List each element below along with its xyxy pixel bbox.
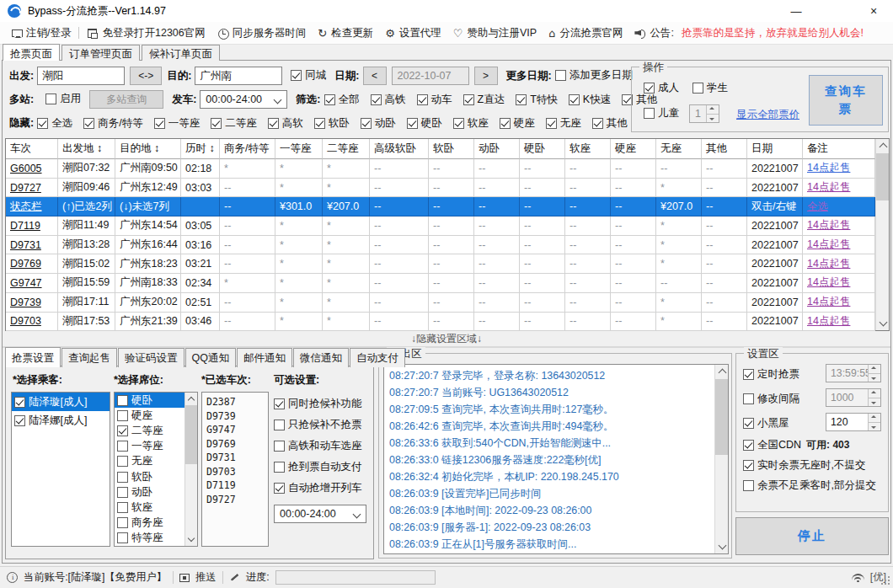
column-header[interactable]: 高级软卧: [370, 139, 429, 159]
train-number-link[interactable]: D9739: [10, 297, 41, 308]
remark-link[interactable]: 14点起售: [807, 218, 850, 233]
column-header[interactable]: 一等座: [275, 139, 323, 159]
option-checkbox[interactable]: 只抢候补不抢票: [274, 418, 362, 432]
scroll-down-icon[interactable]: [715, 540, 728, 553]
table-row[interactable]: D9739潮阳17:11广州东20:0202:51--**-----------…: [6, 293, 889, 313]
seat-item[interactable]: 特等座: [115, 531, 184, 546]
seat-checkbox[interactable]: 动卧: [117, 485, 152, 500]
table-row[interactable]: G9747潮阳15:59广州南18:3302:34***------------…: [6, 274, 889, 293]
seat-item[interactable]: 无座: [115, 454, 184, 469]
grab-time-range-select[interactable]: 00:00-24:00: [274, 505, 366, 523]
add-more-dates-checkbox[interactable]: 添加更多日期: [555, 68, 633, 83]
stepper-buttons[interactable]: [868, 365, 880, 382]
hide-checkbox[interactable]: 二等座: [211, 116, 257, 131]
scroll-up-icon[interactable]: [876, 139, 889, 152]
table-row[interactable]: G6005潮阳07:32广州南09:5002:18***------------…: [6, 159, 889, 179]
status-row[interactable]: 状态栏(↑)已选2列(↓)未选7列--¥301.0¥207.0---------…: [6, 197, 889, 216]
stepper-buttons[interactable]: [706, 105, 719, 122]
column-header[interactable]: 二等座: [323, 139, 370, 159]
scroll-down-icon[interactable]: [876, 317, 889, 330]
depart-time-select[interactable]: 00:00-24:00: [200, 90, 287, 109]
remark-link[interactable]: 14点起售: [807, 314, 850, 329]
option-checkbox[interactable]: 高铁和动车选座: [274, 439, 362, 453]
output-scrollbar[interactable]: [714, 365, 728, 553]
seat-checkbox[interactable]: 二等座: [117, 424, 163, 438]
filter-checkbox[interactable]: T特快: [516, 93, 558, 107]
date-next-button[interactable]: >: [474, 67, 498, 85]
seat-checkbox[interactable]: 特等座: [117, 531, 163, 545]
hide-checkbox[interactable]: 软卧: [314, 116, 350, 131]
settings-tab[interactable]: 抢票设置: [5, 347, 61, 367]
child-count-stepper[interactable]: 1: [689, 104, 719, 123]
seat-checkbox[interactable]: 软卧: [117, 470, 152, 484]
setting-checkbox[interactable]: 修改间隔: [743, 392, 799, 406]
scrollbar-thumb[interactable]: [876, 153, 889, 200]
train-number-link[interactable]: G6005: [10, 163, 42, 174]
scroll-up-icon[interactable]: [185, 393, 197, 405]
depart-input[interactable]: 潮阳: [37, 67, 125, 85]
column-header[interactable]: 出发地 ↕: [58, 139, 115, 159]
menu-item[interactable]: 公告:: [628, 26, 679, 40]
table-row[interactable]: D7119潮阳11:49广州东14:5403:05--**-----------…: [6, 216, 889, 236]
menu-item[interactable]: 免登录打开12306官网: [81, 26, 211, 40]
setting-value-field[interactable]: 120: [826, 413, 881, 431]
menu-item[interactable]: ♡赞助与注册VIP: [447, 26, 543, 40]
filter-checkbox[interactable]: 高铁: [371, 93, 406, 107]
setting-checkbox[interactable]: 实时余票无座时,不提交: [743, 458, 865, 473]
show-all-prices-link[interactable]: 显示全部票价: [736, 108, 799, 122]
option-checkbox[interactable]: 抢到票自动支付: [274, 460, 362, 474]
remark-link[interactable]: 14点起售: [807, 295, 850, 309]
remark-link[interactable]: 14点起售: [807, 180, 850, 195]
hide-settings-divider[interactable]: ↓隐藏设置区域↓: [3, 332, 890, 348]
filter-checkbox[interactable]: 全部: [324, 93, 360, 107]
column-header[interactable]: 动卧: [474, 139, 520, 159]
train-number-link[interactable]: D9731: [10, 239, 41, 251]
hide-checkbox[interactable]: 一等座: [154, 116, 201, 131]
hide-checkbox[interactable]: 高软: [268, 116, 303, 131]
train-number-link[interactable]: 状态栏: [10, 200, 42, 214]
query-tickets-button[interactable]: 查询车票: [809, 75, 883, 126]
column-header[interactable]: 其他: [702, 139, 747, 159]
seat-checkbox[interactable]: 硬座: [117, 409, 152, 423]
setting-value-field[interactable]: 13:59:55: [826, 364, 881, 382]
hide-checkbox[interactable]: 其他: [592, 116, 628, 131]
column-header[interactable]: 目的地 ↕: [115, 139, 181, 159]
hide-checkbox[interactable]: 动卧: [361, 116, 396, 131]
passenger-checkbox[interactable]: 陆泽璇[成人]: [14, 395, 87, 409]
passenger-item[interactable]: 陆泽娜[成人]: [12, 411, 110, 430]
scroll-down-icon[interactable]: [185, 533, 197, 546]
settings-tab[interactable]: 自动支付: [350, 348, 405, 367]
column-header[interactable]: 日期: [747, 139, 803, 159]
passenger-checkbox[interactable]: 陆泽娜[成人]: [14, 414, 87, 428]
swap-button[interactable]: <->: [130, 67, 162, 85]
scrollbar-thumb[interactable]: [185, 405, 197, 464]
hide-checkbox[interactable]: 硬卧: [407, 116, 442, 131]
setting-value-field[interactable]: 1000: [826, 388, 881, 407]
seat-item[interactable]: 软座: [115, 500, 184, 515]
remark-link[interactable]: 14点起售: [807, 257, 850, 271]
column-header[interactable]: 备注: [803, 139, 875, 159]
setting-checkbox[interactable]: 定时抢票: [743, 367, 799, 382]
filter-checkbox[interactable]: Z直达: [463, 93, 505, 107]
seat-item[interactable]: 商务座: [115, 516, 184, 531]
column-header[interactable]: 无座: [656, 139, 702, 159]
stop-button[interactable]: 停止: [735, 517, 889, 555]
menu-item[interactable]: ↻检查更新: [312, 26, 379, 40]
seat-item[interactable]: 二等座: [115, 423, 184, 438]
train-number-link[interactable]: G9747: [10, 277, 42, 289]
seat-item[interactable]: 硬座: [115, 408, 184, 423]
settings-tab[interactable]: QQ通知: [185, 348, 236, 367]
column-header[interactable]: 软座: [565, 139, 611, 159]
same-city-checkbox[interactable]: 同城: [291, 68, 326, 83]
train-number-link[interactable]: D9727: [10, 182, 41, 194]
column-header[interactable]: 历时 ↕: [181, 139, 220, 159]
close-button[interactable]: ×: [854, 0, 893, 22]
train-number-link[interactable]: D9703: [10, 315, 41, 327]
hide-checkbox[interactable]: 软座: [453, 116, 489, 131]
page-tab[interactable]: 抢票页面: [3, 44, 60, 61]
setting-checkbox[interactable]: 余票不足乘客时,部分提交: [743, 478, 876, 493]
menu-item[interactable]: 同步服务器时间: [211, 26, 313, 40]
train-number-link[interactable]: D9769: [10, 258, 41, 270]
menu-item[interactable]: 注销/登录: [5, 26, 77, 40]
seat-item[interactable]: 动卧: [115, 484, 184, 500]
